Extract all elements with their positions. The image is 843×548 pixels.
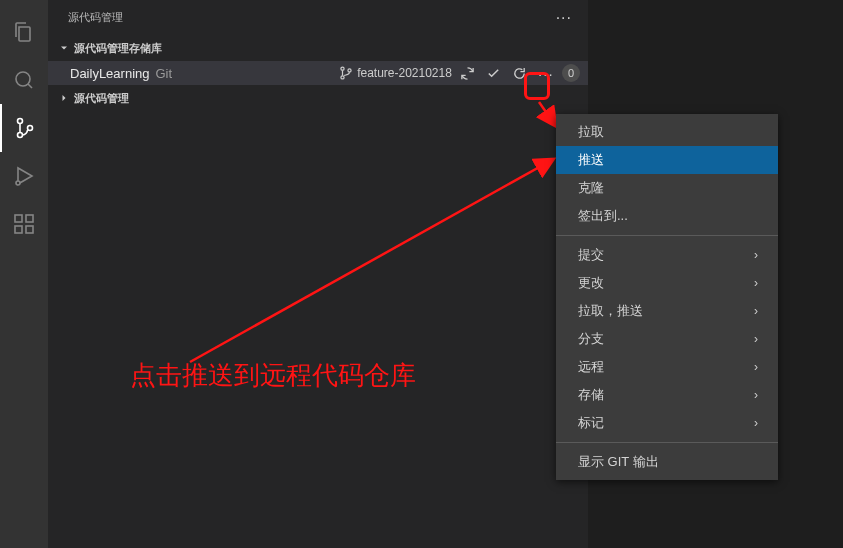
menu-remote[interactable]: 远程› [556,353,778,381]
menu-pull-push[interactable]: 拉取，推送› [556,297,778,325]
panel-title-bar: 源代码管理 ··· [48,0,588,35]
chevron-right-icon: › [754,416,758,430]
chevron-right-icon: › [754,276,758,290]
activity-bar [0,0,48,548]
svg-point-2 [18,133,23,138]
menu-branch[interactable]: 分支› [556,325,778,353]
sync-icon[interactable] [458,63,478,83]
repo-type: Git [156,66,173,81]
more-actions-icon[interactable]: ··· [536,63,556,83]
svg-rect-6 [15,226,22,233]
menu-commit[interactable]: 提交› [556,241,778,269]
search-icon[interactable] [0,56,48,104]
source-control-icon[interactable] [0,104,48,152]
menu-push[interactable]: 推送 [556,146,778,174]
repo-name: DailyLearning [70,66,150,81]
svg-point-11 [348,69,351,72]
menu-stash[interactable]: 存储› [556,381,778,409]
chevron-right-icon [56,92,72,104]
menu-checkout[interactable]: 签出到... [556,202,778,230]
annotation-text: 点击推送到远程代码仓库 [130,358,416,393]
extensions-icon[interactable] [0,200,48,248]
svg-rect-5 [15,215,22,222]
chevron-right-icon: › [754,248,758,262]
section-header-label: 源代码管理存储库 [74,41,162,56]
context-menu: 拉取 推送 克隆 签出到... 提交› 更改› 拉取，推送› 分支› 远程› 存… [556,114,778,480]
source-control-sidebar: 源代码管理 ··· 源代码管理存储库 DailyLearning Git fea… [48,0,588,548]
menu-show-git-output[interactable]: 显示 GIT 输出 [556,448,778,476]
section-repositories[interactable]: 源代码管理存储库 [48,35,588,61]
svg-point-9 [341,67,344,70]
branch-indicator[interactable]: feature-20210218 [339,66,452,80]
commit-check-icon[interactable] [484,63,504,83]
repo-row[interactable]: DailyLearning Git feature-20210218 ··· 0 [48,61,588,85]
menu-pull[interactable]: 拉取 [556,118,778,146]
svg-point-4 [16,181,20,185]
svg-point-3 [28,126,33,131]
refresh-icon[interactable] [510,63,530,83]
chevron-right-icon: › [754,304,758,318]
section-scm[interactable]: 源代码管理 [48,85,588,111]
menu-clone[interactable]: 克隆 [556,174,778,202]
menu-separator [556,442,778,443]
explorer-icon[interactable] [0,8,48,56]
svg-point-10 [341,76,344,79]
branch-name: feature-20210218 [357,66,452,80]
svg-point-0 [16,72,30,86]
chevron-right-icon: › [754,332,758,346]
chevron-right-icon: › [754,360,758,374]
chevron-down-icon [56,42,72,54]
svg-rect-7 [26,226,33,233]
svg-rect-8 [26,215,33,222]
menu-separator [556,235,778,236]
menu-tags[interactable]: 标记› [556,409,778,437]
svg-point-1 [18,119,23,124]
run-debug-icon[interactable] [0,152,48,200]
panel-title: 源代码管理 [68,10,123,25]
chevron-right-icon: › [754,388,758,402]
panel-more-icon[interactable]: ··· [556,9,572,27]
changes-count: 0 [562,64,580,82]
subsection-header-label: 源代码管理 [74,91,129,106]
menu-changes[interactable]: 更改› [556,269,778,297]
